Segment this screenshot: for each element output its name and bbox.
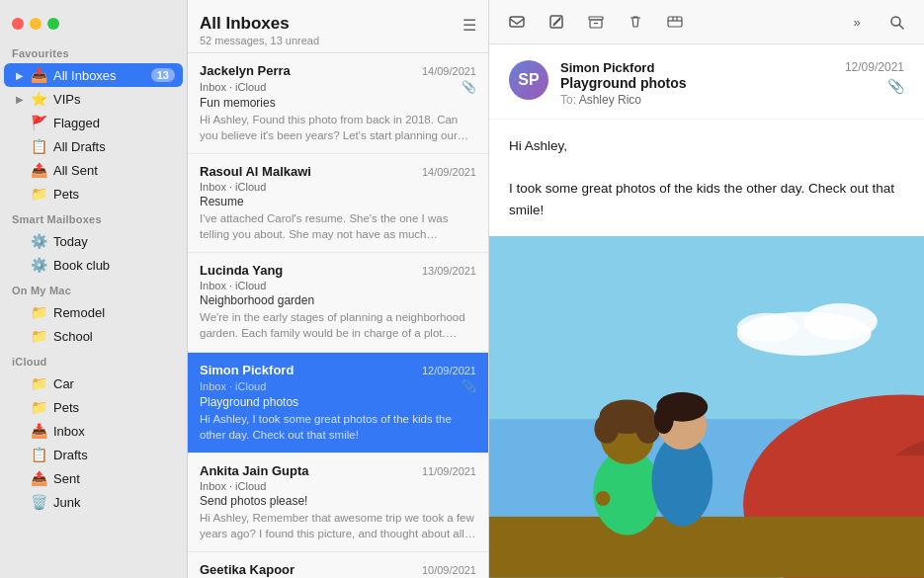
sidebar-item-sent-icloud[interactable]: ▶ 📤 Sent [4, 466, 183, 490]
sidebar-item-label: Flagged [53, 116, 175, 130]
svg-point-16 [737, 313, 798, 343]
email-sender: Simon Pickford [200, 363, 294, 377]
email-item[interactable]: Jackelyn Perra 14/09/2021 Inbox · iCloud… [188, 53, 488, 154]
svg-line-11 [899, 25, 903, 29]
detail-toolbar: » [489, 0, 924, 44]
email-preview: We're in the early stages of planning a … [200, 309, 476, 341]
svg-rect-0 [510, 17, 524, 27]
email-date: 13/09/2021 [422, 265, 476, 277]
email-detail: » SP Simon Pickford Playground photos To… [489, 0, 924, 578]
inbox-icon: 📥 [30, 66, 47, 84]
svg-point-32 [596, 491, 611, 506]
sidebar-item-pets-icloud[interactable]: ▶ 📁 Pets [4, 395, 183, 419]
email-item[interactable]: Rasoul Al Malkawi 14/09/2021 Inbox · iCl… [188, 154, 488, 253]
star-icon: ⭐ [30, 90, 47, 108]
flag-icon: 🚩 [30, 114, 47, 131]
attachment-icon: 📎 [462, 80, 476, 94]
email-item[interactable]: Geetika Kapoor 10/09/2021 Inbox · iCloud… [188, 552, 488, 578]
email-subject: Send photos please! [200, 494, 476, 508]
sidebar-item-flagged[interactable]: ▶ 🚩 Flagged [4, 111, 183, 134]
sidebar-item-all-inboxes[interactable]: ▶ 📥 All Inboxes 13 [4, 63, 183, 87]
sidebar-item-all-sent[interactable]: ▶ 📤 All Sent [4, 158, 183, 182]
email-item[interactable]: Lucinda Yang 13/09/2021 Inbox · iCloud N… [188, 253, 488, 352]
sidebar-item-vips[interactable]: ▶ ⭐ VIPs [4, 87, 183, 111]
sidebar-item-label: Pets [53, 400, 175, 415]
drafts-icon: 📋 [30, 446, 47, 463]
window-controls [0, 10, 187, 40]
email-attachment-image [489, 236, 924, 578]
email-preview: Hi Ashley, Found this photo from back in… [200, 112, 476, 143]
email-item[interactable]: Ankita Jain Gupta 11/09/2021 Inbox · iCl… [188, 454, 488, 552]
close-button[interactable] [12, 18, 24, 30]
sidebar: Favourites ▶ 📥 All Inboxes 13 ▶ ⭐ VIPs ▶… [0, 0, 188, 578]
email-folder: Inbox · iCloud [200, 81, 266, 93]
sidebar-item-label: Pets [53, 187, 175, 202]
sent-icon: 📤 [30, 469, 47, 487]
email-sender: Jackelyn Perra [200, 63, 291, 78]
sidebar-item-label: Sent [53, 471, 175, 486]
email-folder: Inbox · iCloud [200, 380, 266, 392]
detail-to: To: Ashley Rico [560, 93, 833, 107]
email-subject: Fun memories [200, 96, 476, 110]
sidebar-item-label: All Drafts [53, 139, 175, 154]
avatar: SP [509, 60, 548, 100]
svg-point-25 [594, 415, 619, 445]
to-value: Ashley Rico [579, 93, 641, 107]
reply-button[interactable] [501, 8, 533, 36]
folder-icon: 📁 [30, 327, 47, 345]
sidebar-item-label: Drafts [53, 448, 175, 462]
sent-icon: 📤 [30, 161, 47, 179]
detail-meta: Simon Pickford Playground photos To: Ash… [560, 60, 833, 107]
svg-rect-6 [668, 17, 682, 27]
maximize-button[interactable] [47, 18, 59, 30]
folder-icon: 📁 [30, 398, 47, 416]
attachment-icon: 📎 [462, 379, 476, 393]
sidebar-item-label: Junk [53, 495, 175, 510]
sidebar-item-drafts-icloud[interactable]: ▶ 📋 Drafts [4, 443, 183, 466]
email-sender: Ankita Jain Gupta [200, 463, 309, 478]
email-preview: Hi Ashley, Remember that awesome trip we… [200, 510, 476, 541]
compose-button[interactable] [541, 8, 572, 36]
sidebar-item-label: All Sent [53, 163, 175, 178]
sidebar-item-car[interactable]: ▶ 📁 Car [4, 372, 183, 395]
sidebar-item-inbox-icloud[interactable]: ▶ 📥 Inbox [4, 419, 183, 443]
email-list-subtitle: 52 messages, 13 unread [200, 35, 319, 46]
sidebar-item-school[interactable]: ▶ 📁 School [4, 324, 183, 348]
email-sender: Geetika Kapoor [200, 562, 294, 577]
sidebar-item-junk-icloud[interactable]: ▶ 🗑️ Junk [4, 490, 183, 514]
email-date: 14/09/2021 [422, 166, 476, 178]
more-button[interactable]: » [841, 8, 873, 36]
sidebar-item-today[interactable]: ▶ ⚙️ Today [4, 229, 183, 253]
sidebar-item-all-drafts[interactable]: ▶ 📋 All Drafts [4, 134, 183, 158]
sidebar-item-label: Inbox [53, 424, 175, 439]
email-date: 11/09/2021 [422, 465, 476, 477]
archive-button[interactable] [580, 8, 612, 36]
email-item-selected[interactable]: Simon Pickford 12/09/2021 Inbox · iCloud… [188, 353, 488, 454]
junk-button[interactable] [659, 8, 691, 36]
email-list: All Inboxes 52 messages, 13 unread ☰ Jac… [188, 0, 489, 578]
unread-badge: 13 [151, 68, 175, 82]
svg-point-30 [654, 405, 674, 435]
sidebar-item-label: All Inboxes [53, 68, 151, 83]
body-greeting: Hi Ashley, [509, 135, 904, 157]
email-items: Jackelyn Perra 14/09/2021 Inbox · iCloud… [188, 53, 488, 578]
svg-point-31 [679, 394, 699, 414]
delete-button[interactable] [620, 8, 651, 36]
email-sender: Rasoul Al Malkawi [200, 164, 311, 179]
sidebar-item-pets-fav[interactable]: ▶ 📁 Pets [4, 182, 183, 206]
to-label: To: [560, 93, 579, 107]
email-date: 12/09/2021 [422, 365, 476, 376]
sidebar-item-remodel[interactable]: ▶ 📁 Remodel [4, 300, 183, 324]
search-button[interactable] [881, 8, 912, 36]
email-date: 14/09/2021 [422, 65, 476, 77]
sidebar-section-icloud: iCloud [0, 348, 187, 372]
detail-from: Simon Pickford [560, 60, 833, 75]
sidebar-item-book-club[interactable]: ▶ ⚙️ Book club [4, 253, 183, 277]
sort-icon[interactable]: ☰ [462, 16, 476, 35]
email-subject: Resume [200, 195, 476, 208]
email-folder: Inbox · iCloud [200, 280, 266, 291]
sidebar-section-favourites: Favourites [0, 40, 187, 63]
avatar-initials: SP [518, 71, 539, 89]
minimize-button[interactable] [30, 18, 42, 30]
today-icon: ⚙️ [30, 232, 47, 250]
